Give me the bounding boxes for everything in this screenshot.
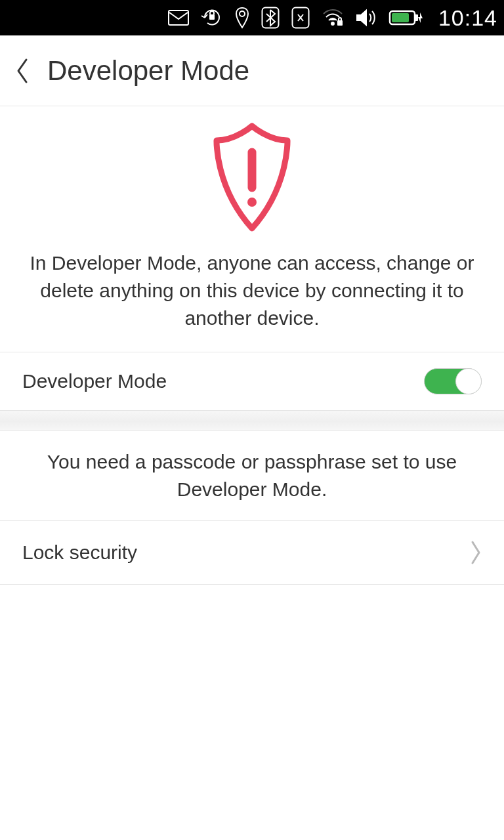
developer-mode-toggle-row: Developer Mode <box>0 352 504 411</box>
back-button[interactable] <box>9 51 35 91</box>
developer-mode-toggle[interactable] <box>424 368 482 394</box>
svg-point-5 <box>331 22 335 26</box>
status-time: 10:14 <box>438 5 497 31</box>
svg-rect-6 <box>337 20 343 26</box>
section-divider <box>0 410 504 431</box>
chevron-right-icon <box>470 539 482 566</box>
volume-icon <box>356 9 377 27</box>
svg-rect-0 <box>169 10 188 25</box>
location-icon <box>235 7 249 29</box>
sim-missing-icon <box>291 7 310 29</box>
shield-warning-icon <box>22 122 482 234</box>
svg-rect-1 <box>209 14 215 20</box>
svg-rect-9 <box>392 13 409 22</box>
mail-icon <box>168 10 189 26</box>
svg-point-11 <box>247 198 257 207</box>
svg-rect-8 <box>415 14 418 21</box>
status-bar: 10:14 <box>0 0 504 35</box>
svg-point-2 <box>240 11 245 16</box>
rotation-lock-icon <box>201 7 223 29</box>
wifi-icon <box>322 9 344 27</box>
lock-security-label: Lock security <box>22 541 137 564</box>
battery-icon <box>388 9 423 27</box>
bluetooth-icon <box>261 7 280 29</box>
passcode-info: You need a passcode or passphrase set to… <box>0 431 504 521</box>
toggle-label: Developer Mode <box>22 370 167 392</box>
warning-section: In Developer Mode, anyone can access, ch… <box>0 106 504 352</box>
warning-text: In Developer Mode, anyone can access, ch… <box>22 249 482 332</box>
page-title: Developer Mode <box>47 55 249 87</box>
app-header: Developer Mode <box>0 35 504 106</box>
lock-security-row[interactable]: Lock security <box>0 521 504 585</box>
